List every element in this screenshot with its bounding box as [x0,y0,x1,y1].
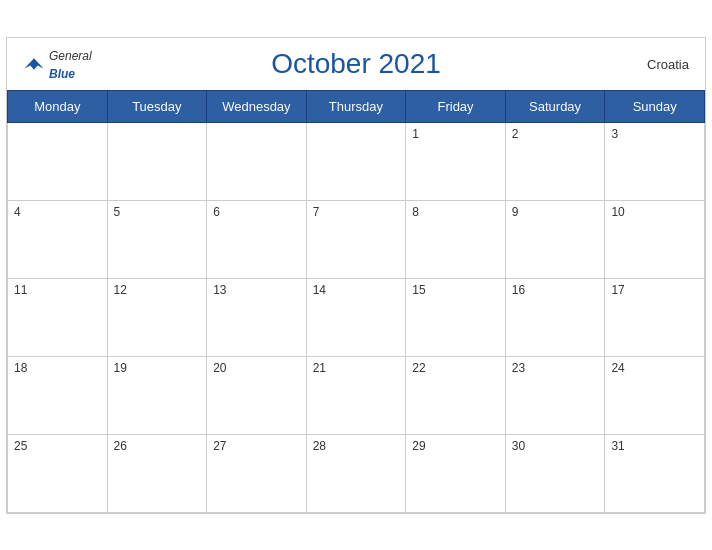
calendar: General Blue October 2021 Croatia Monday… [6,37,706,514]
day-number: 24 [611,361,624,375]
header-monday: Monday [8,90,108,122]
calendar-day-cell [107,122,207,200]
calendar-day-cell: 12 [107,278,207,356]
day-number: 25 [14,439,27,453]
calendar-day-cell: 11 [8,278,108,356]
header-thursday: Thursday [306,90,406,122]
weekday-header-row: Monday Tuesday Wednesday Thursday Friday… [8,90,705,122]
day-number: 1 [412,127,419,141]
day-number: 3 [611,127,618,141]
calendar-day-cell: 2 [505,122,605,200]
day-number: 23 [512,361,525,375]
calendar-day-cell: 22 [406,356,506,434]
calendar-day-cell: 9 [505,200,605,278]
day-number: 10 [611,205,624,219]
calendar-day-cell: 29 [406,434,506,512]
calendar-day-cell: 14 [306,278,406,356]
calendar-week-row: 123 [8,122,705,200]
day-number: 5 [114,205,121,219]
calendar-day-cell [207,122,307,200]
day-number: 16 [512,283,525,297]
calendar-table: Monday Tuesday Wednesday Thursday Friday… [7,90,705,513]
header-saturday: Saturday [505,90,605,122]
calendar-day-cell: 8 [406,200,506,278]
calendar-body: 1234567891011121314151617181920212223242… [8,122,705,512]
calendar-day-cell [8,122,108,200]
calendar-day-cell: 19 [107,356,207,434]
day-number: 18 [14,361,27,375]
day-number: 8 [412,205,419,219]
day-number: 13 [213,283,226,297]
day-number: 31 [611,439,624,453]
calendar-week-row: 11121314151617 [8,278,705,356]
day-number: 19 [114,361,127,375]
calendar-header: General Blue October 2021 Croatia [7,38,705,90]
calendar-day-cell: 15 [406,278,506,356]
header-wednesday: Wednesday [207,90,307,122]
calendar-title: October 2021 [271,48,441,80]
calendar-day-cell: 18 [8,356,108,434]
calendar-day-cell: 1 [406,122,506,200]
calendar-day-cell: 13 [207,278,307,356]
calendar-day-cell [306,122,406,200]
day-number: 2 [512,127,519,141]
calendar-day-cell: 25 [8,434,108,512]
svg-marker-0 [24,58,43,70]
calendar-week-row: 18192021222324 [8,356,705,434]
calendar-day-cell: 17 [605,278,705,356]
calendar-day-cell: 4 [8,200,108,278]
calendar-day-cell: 23 [505,356,605,434]
day-number: 9 [512,205,519,219]
calendar-day-cell: 27 [207,434,307,512]
day-number: 15 [412,283,425,297]
calendar-day-cell: 24 [605,356,705,434]
day-number: 4 [14,205,21,219]
day-number: 6 [213,205,220,219]
calendar-day-cell: 7 [306,200,406,278]
calendar-week-row: 25262728293031 [8,434,705,512]
calendar-day-cell: 20 [207,356,307,434]
day-number: 29 [412,439,425,453]
calendar-day-cell: 10 [605,200,705,278]
day-number: 30 [512,439,525,453]
calendar-day-cell: 28 [306,434,406,512]
day-number: 20 [213,361,226,375]
calendar-day-cell: 5 [107,200,207,278]
day-number: 14 [313,283,326,297]
day-number: 27 [213,439,226,453]
day-number: 22 [412,361,425,375]
calendar-week-row: 45678910 [8,200,705,278]
logo: General Blue [23,46,92,82]
calendar-day-cell: 21 [306,356,406,434]
calendar-day-cell: 16 [505,278,605,356]
day-number: 28 [313,439,326,453]
header-tuesday: Tuesday [107,90,207,122]
day-number: 12 [114,283,127,297]
country-label: Croatia [647,56,689,71]
day-number: 11 [14,283,27,297]
calendar-day-cell: 31 [605,434,705,512]
header-friday: Friday [406,90,506,122]
logo-bird-icon [23,55,45,73]
day-number: 17 [611,283,624,297]
logo-blue-text: Blue [49,67,75,81]
calendar-day-cell: 6 [207,200,307,278]
calendar-day-cell: 30 [505,434,605,512]
day-number: 21 [313,361,326,375]
logo-general-text: General [49,49,92,63]
day-number: 26 [114,439,127,453]
calendar-day-cell: 3 [605,122,705,200]
calendar-day-cell: 26 [107,434,207,512]
day-number: 7 [313,205,320,219]
header-sunday: Sunday [605,90,705,122]
